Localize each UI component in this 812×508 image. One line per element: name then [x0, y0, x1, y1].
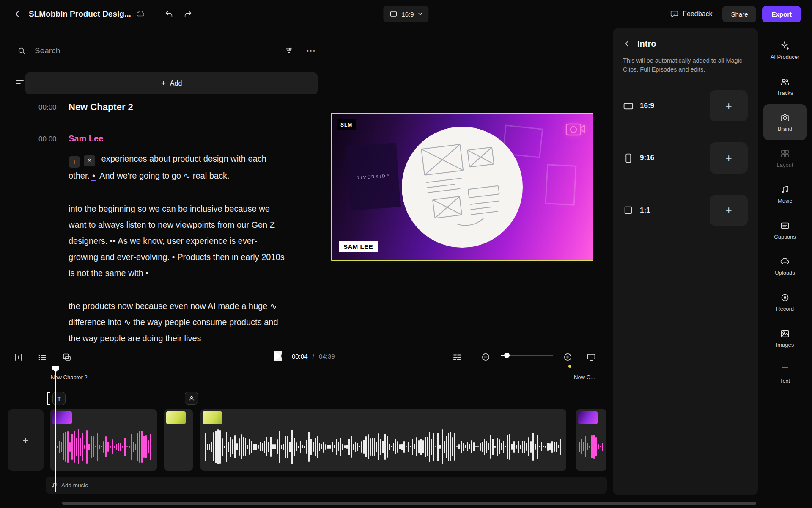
total-duration: 04:39 — [319, 353, 335, 360]
rail-label: Images — [776, 342, 794, 348]
panel-back-button[interactable] — [623, 40, 631, 48]
clip-trim-bracket[interactable] — [47, 392, 50, 405]
speaker-name[interactable]: Sam Lee — [69, 134, 103, 144]
timeline-clip[interactable] — [576, 409, 606, 471]
zoom-in-button[interactable] — [561, 351, 574, 364]
undo-icon — [165, 9, 174, 19]
search-bar[interactable]: Search ⋯ — [17, 43, 318, 58]
more-options-button[interactable]: ⋯ — [304, 47, 318, 55]
rail-label: Uploads — [775, 270, 795, 276]
aspect-ratio-selector[interactable]: 16:9 — [383, 6, 428, 22]
channel-logo: SLM — [337, 119, 356, 130]
intro-options-list: 16:9 + 9:16 + 1:1 + — [623, 80, 748, 236]
portrait-aspect-icon — [623, 153, 634, 163]
playhead-handle[interactable] — [52, 366, 59, 372]
preview-monitor-button[interactable] — [584, 351, 598, 364]
rail-item-tracks[interactable]: Tracks — [763, 68, 807, 104]
track-view-button[interactable] — [450, 351, 464, 364]
collapse-list-button[interactable] — [13, 75, 27, 89]
rail-item-uploads[interactable]: Uploads — [763, 248, 807, 284]
zoom-out-button[interactable] — [479, 351, 492, 364]
audio-waveform — [579, 429, 604, 465]
transcript-list-button[interactable] — [36, 351, 49, 364]
playhead-line[interactable] — [55, 368, 56, 492]
rail-label: Layout — [776, 162, 793, 168]
search-input[interactable]: Search — [35, 46, 60, 55]
audio-waveform — [205, 429, 562, 465]
rail-item-music[interactable]: Music — [763, 176, 807, 212]
feedback-button[interactable]: ? Feedback — [666, 6, 716, 22]
video-preview[interactable]: RIVERSIDE SLM SAM — [331, 113, 593, 261]
rail-item-brand[interactable]: Brand — [763, 104, 807, 140]
transcript-paragraph[interactable]: T experiences about product design with … — [69, 151, 286, 184]
intro-option-9-16[interactable]: 9:16 + — [623, 132, 748, 184]
rail-item-images[interactable]: Images — [763, 320, 807, 356]
timeline-clip[interactable] — [50, 409, 157, 471]
undo-button[interactable] — [163, 8, 176, 20]
text-icon — [780, 364, 790, 375]
zoom-slider[interactable] — [501, 355, 553, 356]
add-intro-1-1-button[interactable]: + — [710, 195, 748, 226]
chapter-timestamp: 00:00 — [38, 103, 57, 112]
add-clip-button[interactable]: + — [8, 409, 44, 471]
fit-timeline-button[interactable] — [12, 351, 25, 364]
chapter-title[interactable]: New Chapter 2 — [69, 102, 133, 113]
filter-icon — [284, 46, 294, 55]
timeline-chapter-marker[interactable]: New Chapter 2 — [47, 374, 88, 381]
clip-thumbnail — [203, 411, 222, 424]
square-aspect-icon — [623, 205, 634, 215]
add-label: Add — [170, 80, 182, 87]
transcript-text[interactable]: And we're going to go ∿ real back. — [99, 171, 229, 180]
speaker-chip[interactable] — [84, 155, 95, 166]
intro-option-16-9[interactable]: 16:9 + — [623, 80, 748, 132]
rail-item-text[interactable]: Text — [763, 356, 807, 392]
timeline-chapter-marker[interactable]: New C... — [570, 374, 595, 381]
timeline-clip[interactable] — [164, 409, 193, 471]
plus-icon: + — [161, 79, 166, 88]
divider — [154, 9, 154, 19]
aspect-rect-icon — [389, 10, 398, 18]
riverside-wordmark: RIVERSIDE — [356, 173, 390, 180]
transcript-paragraph[interactable]: the products now because even now AI mad… — [69, 298, 286, 346]
person-icon — [188, 395, 195, 402]
intro-option-1-1[interactable]: 1:1 + — [623, 184, 748, 236]
feedback-bubble-icon: ? — [670, 10, 679, 19]
rail-item-ai-producer[interactable]: AI Producer — [763, 32, 807, 68]
share-button[interactable]: Share — [722, 6, 756, 22]
add-block-button[interactable]: + Add — [25, 72, 318, 94]
export-button[interactable]: Export — [762, 6, 801, 22]
list-icon — [37, 352, 47, 362]
intro-option-label: 1:1 — [640, 206, 650, 215]
rail-item-record[interactable]: Record — [763, 284, 807, 320]
speaker-overlay-chip[interactable] — [185, 392, 198, 405]
add-intro-16-9-button[interactable]: + — [710, 90, 748, 121]
clip-thumbnail — [578, 411, 598, 424]
filter-button[interactable] — [283, 44, 295, 57]
add-music-row[interactable]: Add music — [46, 477, 607, 494]
filler-marker[interactable]: • — [91, 171, 96, 181]
play-button[interactable] — [274, 351, 282, 361]
rail-label: Tracks — [777, 90, 793, 96]
redo-button[interactable] — [181, 8, 194, 20]
zoom-slider-knob[interactable] — [504, 353, 510, 358]
horizontal-scrollbar[interactable] — [62, 502, 756, 505]
music-note-icon — [780, 185, 790, 195]
speaker-name-tag: SAM LEE — [339, 241, 378, 252]
text-block-chip[interactable]: T — [69, 156, 80, 168]
add-intro-9-16-button[interactable]: + — [710, 142, 748, 174]
feedback-label: Feedback — [683, 10, 712, 18]
rail-label: Captions — [774, 234, 796, 240]
neon-camera-icon — [564, 120, 586, 138]
rail-item-captions[interactable]: Captions — [763, 212, 807, 248]
timeline-clip[interactable] — [200, 409, 566, 471]
text-overlay-chip[interactable]: T — [52, 392, 66, 405]
zoom-in-icon — [563, 352, 573, 362]
track-rows-icon — [452, 352, 462, 362]
scenes-button[interactable] — [60, 351, 74, 364]
transcript-paragraph[interactable]: into the beginning so we can be inclusiv… — [69, 201, 286, 281]
rail-item-layout[interactable]: Layout — [763, 140, 807, 176]
sparkle-icon — [780, 41, 790, 51]
rail-label: Text — [780, 378, 790, 384]
collapse-icon — [15, 77, 25, 87]
back-button[interactable] — [11, 8, 24, 20]
